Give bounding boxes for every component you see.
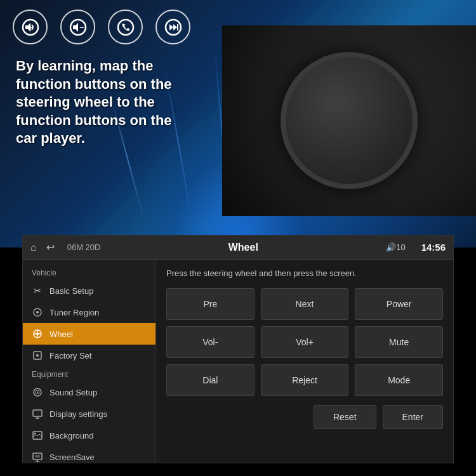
power-button[interactable]: Power — [355, 288, 443, 320]
main-panel: ⌂ ↩ 06M 20D Wheel 🔊10 14:56 Vehicle ✂ Ba… — [22, 235, 454, 463]
svg-text:−: − — [79, 23, 84, 32]
reset-button[interactable]: Reset — [314, 405, 376, 429]
svg-marker-6 — [169, 24, 173, 30]
sidebar-item-label: Sound Setup — [50, 388, 97, 397]
sidebar-item-tuner-region[interactable]: Tuner Region — [23, 301, 155, 323]
svg-marker-7 — [173, 24, 177, 30]
vol-minus-button[interactable]: Vol- — [166, 326, 255, 358]
sidebar-item-basic-setup[interactable]: ✂ Basic Setup — [23, 280, 155, 301]
svg-rect-30 — [35, 455, 40, 458]
vol-up-icon[interactable]: + — [13, 10, 48, 44]
phone-icon[interactable] — [108, 10, 143, 44]
action-buttons-row: Reset Enter — [166, 405, 443, 429]
home-icon[interactable]: ⌂ — [30, 242, 37, 253]
header-title: Wheel — [110, 242, 376, 253]
wheel-icon — [32, 328, 43, 340]
svg-point-4 — [118, 20, 133, 35]
tuner-icon — [32, 307, 43, 318]
sidebar-item-label: Wheel — [50, 329, 73, 339]
svg-rect-22 — [33, 410, 42, 416]
section-vehicle-label: Vehicle — [23, 265, 155, 280]
sidebar-item-wheel[interactable]: Wheel — [23, 323, 155, 345]
sidebar-item-label: Basic Setup — [50, 286, 93, 296]
sidebar-item-label: ScreenSave — [50, 453, 95, 462]
reject-button[interactable]: Reject — [261, 364, 349, 396]
skip-icon[interactable] — [155, 10, 190, 44]
header-bar: ⌂ ↩ 06M 20D Wheel 🔊10 14:56 — [23, 235, 453, 260]
sidebar-item-label: Display settings — [50, 409, 107, 419]
hero-description: By learning, map the function buttons on… — [16, 57, 194, 148]
mute-button[interactable]: Mute — [355, 326, 443, 358]
top-icons-bar: + − — [13, 10, 190, 44]
sidebar-item-label: Tuner Region — [50, 308, 99, 317]
mode-button[interactable]: Mode — [355, 364, 443, 396]
header-volume: 🔊10 — [386, 242, 405, 252]
enter-button[interactable]: Enter — [383, 405, 443, 429]
vol-plus-button[interactable]: Vol+ — [261, 326, 349, 358]
header-time: 14:56 — [421, 242, 446, 253]
back-icon[interactable]: ↩ — [46, 241, 55, 253]
basic-setup-icon: ✂ — [32, 285, 43, 296]
sound-icon — [32, 387, 43, 398]
next-button[interactable]: Next — [261, 288, 349, 320]
instruction-text: Press the steering wheel and then press … — [166, 268, 443, 278]
sidebar-item-sound-setup[interactable]: Sound Setup — [23, 381, 155, 403]
sidebar-item-label: Factory Set — [50, 351, 91, 360]
header-date: 06M 20D — [67, 242, 101, 252]
steering-wheel-image — [222, 25, 476, 216]
svg-point-18 — [36, 354, 39, 357]
svg-point-10 — [36, 311, 39, 314]
background-icon — [32, 430, 43, 441]
sidebar-item-screensave[interactable]: ScreenSave — [23, 446, 155, 468]
svg-point-26 — [34, 433, 36, 435]
wheel-button-grid: Pre Next Power Vol- Vol+ Mute Dial Rejec… — [166, 288, 443, 396]
sidebar: Vehicle ✂ Basic Setup Tuner Region — [23, 260, 156, 463]
display-icon — [32, 408, 43, 420]
dial-button[interactable]: Dial — [166, 364, 255, 396]
right-content: Press the steering wheel and then press … — [156, 260, 453, 463]
sidebar-item-background[interactable]: Background — [23, 425, 155, 446]
section-equipment-label: Equipment — [23, 366, 155, 381]
pre-button[interactable]: Pre — [166, 288, 255, 320]
content-area: Vehicle ✂ Basic Setup Tuner Region — [23, 260, 453, 463]
svg-point-21 — [37, 392, 38, 393]
sidebar-item-factory-set[interactable]: Factory Set — [23, 345, 155, 366]
sidebar-item-label: Background — [50, 431, 93, 440]
sidebar-item-display-settings[interactable]: Display settings — [23, 403, 155, 425]
svg-point-12 — [36, 333, 39, 335]
factory-icon — [32, 350, 43, 361]
screensave-icon — [32, 451, 43, 463]
vol-down-icon[interactable]: − — [60, 10, 95, 44]
